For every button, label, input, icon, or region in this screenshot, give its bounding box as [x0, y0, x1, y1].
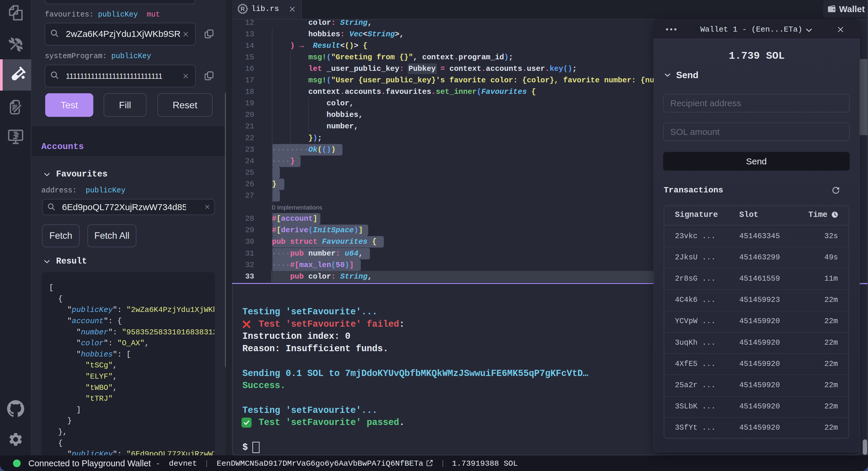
svg-text:R: R — [241, 6, 245, 12]
